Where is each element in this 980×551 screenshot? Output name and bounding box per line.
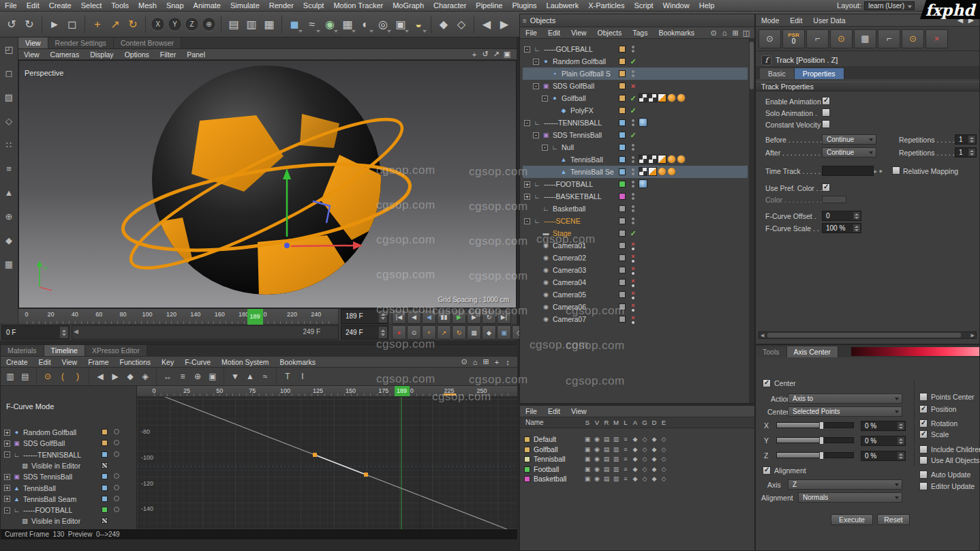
tag-tri[interactable] (658, 93, 667, 102)
record-parameter-button[interactable]: ▦ (467, 325, 481, 340)
record-position-button[interactable]: + (422, 325, 436, 340)
goto-end-button[interactable]: ▶| (497, 310, 511, 324)
next-frame-button[interactable]: ▶ (467, 310, 481, 324)
timeline-menu-edit[interactable]: Edit (33, 358, 57, 366)
add-volume-icon[interactable]: ◐ (356, 15, 374, 34)
tag-ball[interactable] (658, 167, 667, 176)
snap-mode-icon[interactable]: ◆ (1, 231, 17, 249)
slider-thumb[interactable] (819, 436, 824, 445)
viewport-menu-options[interactable]: Options (119, 50, 155, 59)
objects-scrollbar[interactable] (749, 39, 754, 403)
menu-item-help[interactable]: Help (694, 1, 720, 10)
redo-icon[interactable]: ↻ (20, 15, 38, 34)
layer-toggle-m[interactable]: ▥ (611, 446, 621, 453)
menu-item-mograph[interactable]: MoGraph (388, 1, 429, 10)
current-frame-spinner[interactable] (379, 310, 387, 323)
attributes-menu-user-data[interactable]: User Data (808, 16, 851, 25)
search-icon[interactable]: ⊙ (459, 357, 470, 367)
frame-sel-icon[interactable]: ▣ (205, 369, 220, 384)
add-light-icon[interactable]: ◒ (410, 15, 427, 34)
tag-checker[interactable] (648, 155, 657, 164)
loop-button[interactable]: ↻ (482, 310, 496, 324)
visibility-state-dots[interactable] (628, 117, 638, 129)
layer-toggle-a[interactable]: ◆ (630, 466, 640, 473)
menu-item-pipeline[interactable]: Pipeline (471, 1, 507, 10)
layer-chip[interactable] (619, 156, 626, 163)
relative-mapping-checkbox[interactable] (892, 166, 900, 175)
layer-toggle-l[interactable]: ≡ (621, 475, 630, 482)
timeline-menu-view[interactable]: View (57, 358, 83, 366)
visibility-state-dots[interactable] (628, 190, 638, 203)
layer-chip[interactable] (102, 429, 108, 435)
layer-chip[interactable] (102, 440, 108, 446)
timeline-tree-row[interactable]: +▲TennisBall (1, 483, 136, 494)
record-pla-button[interactable]: ◆ (482, 325, 496, 340)
position-checkbox[interactable] (919, 405, 928, 413)
layer-toggle-g[interactable]: ◇ (640, 436, 649, 443)
expander-minus[interactable]: - (524, 218, 530, 224)
record-rotation-button[interactable]: ↻ (452, 325, 466, 340)
menu-item-render[interactable]: Render (264, 1, 298, 10)
object-row[interactable]: -∟-----SCENE (523, 215, 748, 227)
object-row[interactable]: -∟Null (523, 141, 748, 153)
search-icon[interactable]: ⊙ (708, 28, 719, 38)
range-start-field[interactable]: 0 F (1, 325, 70, 340)
tag-checker[interactable] (639, 155, 647, 164)
timeline-tree-row[interactable]: -∟------TENNISBALL (1, 449, 136, 460)
home-icon[interactable]: ⌂ (470, 357, 480, 367)
layer-color-chip[interactable] (524, 476, 530, 482)
layer-chip[interactable] (102, 496, 108, 502)
layer-row[interactable]: Football▣◉▤▥≡◆◇◆◇ (520, 465, 754, 475)
layer-toggle-e[interactable]: ◇ (659, 466, 669, 473)
expander-minus[interactable]: - (533, 132, 539, 138)
time-track-arrow-icon[interactable]: ▸ ● (874, 168, 883, 175)
align-icon[interactable]: ≡ (175, 369, 190, 384)
layer-toggle-r[interactable]: ▤ (602, 456, 611, 462)
layer-toggle-a[interactable]: ◆ (630, 446, 640, 453)
visibility-state-dots[interactable] (628, 43, 638, 55)
visibility-state-camera[interactable]: × (628, 301, 638, 313)
timeline-menu-bookmarks[interactable]: Bookmarks (275, 358, 322, 366)
record-scale-button[interactable]: ↗ (437, 325, 451, 340)
timeline-menu-motion-system[interactable]: Motion System (216, 358, 274, 366)
layer-toggle-m[interactable]: ▥ (611, 456, 621, 462)
visibility-state-dots[interactable] (628, 141, 638, 153)
tag-ball[interactable] (667, 93, 676, 102)
slider-value-y[interactable]: 0 % (861, 436, 906, 446)
dot-orange-icon[interactable]: ⊙ (830, 29, 853, 48)
layer-chip[interactable] (619, 205, 626, 212)
color-swatch[interactable] (822, 196, 846, 203)
layer-toggle-m[interactable]: ▥ (611, 466, 621, 473)
record-keyframe-button[interactable]: ● (392, 325, 406, 340)
prev-key-button[interactable]: ◀ (407, 310, 421, 324)
marker-icon[interactable]: I (295, 369, 310, 384)
layer-toggle-g[interactable]: ◇ (640, 475, 649, 482)
menu-item-plugins[interactable]: Plugins (507, 1, 541, 10)
viewport-tab-content-browser[interactable]: Content Browser (114, 38, 181, 48)
rect-select-icon[interactable]: ◻ (63, 15, 81, 34)
viewport-canvas[interactable]: Y Perspective Grid Spacing : 1000 cm (18, 60, 517, 308)
expander-plus[interactable]: + (4, 430, 10, 436)
menu-item-character[interactable]: Character (429, 1, 471, 10)
add-generator-icon[interactable]: ◉ (321, 15, 339, 34)
timeline-tree-row[interactable]: -∟-----FOOTBALL (1, 505, 136, 516)
tag-ball[interactable] (677, 155, 686, 164)
menu-item-edit[interactable]: Edit (22, 1, 44, 10)
tag-bluesphere[interactable] (639, 118, 647, 127)
layer-chip[interactable] (102, 462, 108, 468)
layer-chip[interactable] (619, 119, 626, 126)
timeline-menu-frame[interactable]: Frame (82, 358, 114, 366)
layer-color-chip[interactable] (524, 436, 530, 443)
visibility-state-cross[interactable]: × (628, 80, 638, 92)
keyframe-dot[interactable] (114, 451, 119, 457)
object-row[interactable]: ▪Plain Golfball S (523, 68, 748, 80)
layer-chip[interactable] (619, 58, 626, 65)
undo-icon[interactable]: ↺ (3, 15, 20, 34)
before-select[interactable]: Continue (822, 134, 876, 145)
layer-toggle-s[interactable]: ▣ (583, 475, 592, 482)
layer-toggle-d[interactable]: ◆ (649, 446, 659, 453)
menu-item-select[interactable]: Select (76, 1, 107, 10)
visibility-state-dots[interactable] (628, 203, 638, 215)
object-row[interactable]: -∟------TENNISBALL (523, 117, 748, 129)
expander-minus[interactable]: - (533, 83, 539, 89)
